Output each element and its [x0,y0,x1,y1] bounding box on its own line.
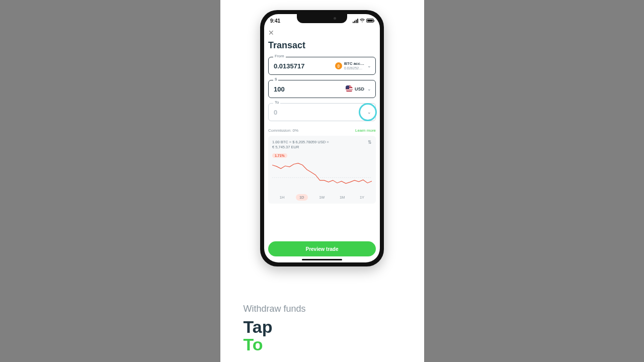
timerange-1y[interactable]: 1Y [356,194,368,201]
from-account-name: BTC acc… [344,62,364,66]
preview-trade-button[interactable]: Preview trade [268,241,376,256]
tutorial-caption: Withdraw funds Tap To [220,304,424,362]
cellular-icon [353,19,358,23]
from-field-wrap: From 0.0135717 ₿ BTC acc… 0.026252… ⌄ [268,57,376,75]
screen-content: ✕ Transact From 0.0135717 ₿ BTC acc… 0.0… [264,25,380,262]
timerange-1h[interactable]: 1H [276,194,288,201]
timerange-row: 1H1D1W1M1Y [272,194,372,201]
amount-value: 100 [274,85,304,93]
chevron-down-icon[interactable]: ⌄ [366,86,372,92]
timerange-1w[interactable]: 1W [315,194,328,201]
from-account: BTC acc… 0.026252… [344,62,364,70]
swap-icon[interactable]: ⇅ [368,140,372,145]
rate-chart-card: 1.00 BTC = $ 6,205.78059 USD = € 5,745.3… [268,136,376,204]
page-title: Transact [268,40,376,51]
to-field[interactable]: 0 ⌄ [268,103,376,121]
home-indicator [302,259,342,260]
chevron-down-icon[interactable]: ⌄ [366,63,372,68]
pct-change-badge: 1.71% [272,153,287,158]
rate-line-1: 1.00 BTC = $ 6,205.78059 USD = [272,140,329,145]
wifi-icon [360,19,365,23]
caption-subtitle: Withdraw funds [244,304,401,314]
rate-text-block: 1.00 BTC = $ 6,205.78059 USD = € 5,745.3… [272,140,329,159]
from-account-balance: 0.026252… [344,66,364,70]
to-field-wrap: To 0 ⌄ [268,103,376,121]
amount-field-wrap: $ 100 USD ⌄ [268,80,376,98]
battery-icon [366,19,374,23]
phone-frame: 9:41 ✕ Transact From 0.0135717 [260,10,384,266]
amount-currency: USD [355,86,364,92]
chevron-down-icon[interactable]: ⌄ [366,110,372,115]
timerange-1m[interactable]: 1M [336,194,348,201]
price-chart [272,162,372,191]
caption-line-1: Tap [244,318,401,336]
phone-screen: 9:41 ✕ Transact From 0.0135717 [264,14,380,262]
to-label: To [273,100,280,105]
from-label: From [273,54,286,58]
commission-row: Commission: 0% Learn more [268,128,376,133]
rate-line-2: € 5,745.37 EUR [272,145,329,150]
bitcoin-icon: ₿ [335,62,342,69]
content-column: 9:41 ✕ Transact From 0.0135717 [220,0,424,362]
timerange-1d[interactable]: 1D [296,194,308,201]
status-icons [353,19,374,23]
to-placeholder: 0 [274,109,304,116]
usd-flag-icon [346,85,353,93]
close-icon[interactable]: ✕ [268,29,275,37]
commission-text: Commission: 0% [268,128,298,133]
status-time: 9:41 [270,18,280,24]
learn-more-link[interactable]: Learn more [355,128,376,133]
amount-label: $ [273,77,278,81]
caption-line-2: To [244,336,401,354]
from-value: 0.0135717 [274,62,304,70]
amount-field[interactable]: 100 USD ⌄ [268,80,376,98]
phone-notch [297,14,347,23]
from-field[interactable]: 0.0135717 ₿ BTC acc… 0.026252… ⌄ [268,57,376,75]
